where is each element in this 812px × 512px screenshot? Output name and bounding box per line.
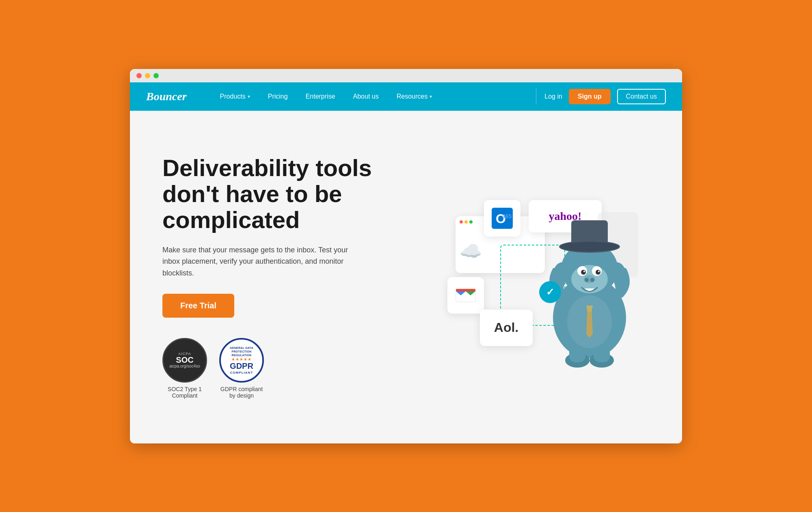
trust-badges: AICPA SOC aicpa.org/soc4so SOC2 Type 1 C… — [162, 338, 416, 399]
aol-card: Aol. — [480, 310, 533, 346]
nav-pricing[interactable]: Pricing — [259, 82, 297, 111]
hero-section: Deliverability tools don't have to be co… — [130, 111, 682, 443]
maximize-dot[interactable] — [153, 73, 159, 78]
hero-title: Deliverability tools don't have to be co… — [162, 155, 416, 232]
gdpr-badge: GENERAL DATA PROTECTIONREGULATION ★★★★★ … — [219, 338, 264, 399]
red-dot — [460, 220, 463, 224]
soc2-label: SOC2 Type 1 Compliant — [162, 386, 207, 399]
chevron-down-icon: ▾ — [248, 82, 250, 111]
chevron-down-icon: ▾ — [430, 82, 432, 111]
svg-point-13 — [581, 270, 586, 275]
nav-about[interactable]: About us — [344, 82, 388, 111]
aicpa-main-label: SOC — [169, 356, 200, 364]
yellow-dot — [464, 220, 468, 224]
soc2-badge-circle: AICPA SOC aicpa.org/soc4so — [162, 338, 207, 383]
soc2-badge: AICPA SOC aicpa.org/soc4so SOC2 Type 1 C… — [162, 338, 207, 399]
gmail-icon: M — [455, 285, 476, 306]
outlook-card: O 365 — [484, 200, 520, 237]
nav-links: Products ▾ Pricing Enterprise About us R… — [211, 82, 528, 111]
gdpr-label: GDPR compliant by design — [219, 386, 264, 399]
window-traffic-lights — [460, 220, 473, 224]
gdpr-badge-circle: GENERAL DATA PROTECTIONREGULATION ★★★★★ … — [219, 338, 264, 383]
email-cards: O 365 yahoo! ☁️ ✓ — [439, 192, 626, 362]
svg-rect-6 — [456, 289, 475, 291]
gdpr-main-label: GDPR — [230, 361, 253, 371]
navbar: Bouncer Products ▾ Pricing Enterprise Ab… — [130, 82, 682, 111]
svg-point-22 — [560, 242, 619, 252]
checkmark: ✓ — [546, 286, 554, 298]
nav-products[interactable]: Products ▾ — [211, 82, 259, 111]
svg-point-24 — [607, 262, 625, 280]
svg-point-19 — [590, 278, 594, 282]
gdpr-compliant-label: COMPLIANT — [230, 371, 253, 374]
svg-point-23 — [554, 262, 572, 280]
nav-resources[interactable]: Resources ▾ — [388, 82, 441, 111]
gdpr-stars: ★★★★★ — [231, 357, 252, 361]
svg-point-14 — [596, 270, 600, 275]
aicpa-sub-label: aicpa.org/soc4so — [169, 364, 200, 368]
aol-logo: Aol. — [494, 320, 518, 335]
gmail-card: M — [447, 277, 484, 314]
login-button[interactable]: Log in — [544, 93, 562, 100]
contact-button[interactable]: Contact us — [617, 89, 666, 104]
hero-content: Deliverability tools don't have to be co… — [162, 155, 416, 399]
browser-window: Bouncer Products ▾ Pricing Enterprise Ab… — [130, 69, 682, 443]
svg-point-18 — [585, 278, 589, 282]
free-trial-button[interactable]: Free Trial — [162, 294, 234, 318]
browser-chrome — [130, 69, 682, 82]
gdpr-arc-text: GENERAL DATA PROTECTIONREGULATION — [221, 346, 262, 357]
svg-point-31 — [567, 295, 612, 348]
svg-text:365: 365 — [502, 213, 512, 219]
nav-enterprise[interactable]: Enterprise — [297, 82, 344, 111]
brand-logo[interactable]: Bouncer — [146, 90, 187, 103]
outlook-icon: O 365 — [492, 208, 513, 229]
cloud-icon: ☁️ — [460, 241, 482, 262]
svg-point-15 — [583, 271, 585, 272]
nav-divider — [536, 88, 536, 105]
hero-subtitle: Make sure that your message gets to the … — [162, 244, 357, 279]
close-dot[interactable] — [136, 73, 142, 78]
minimize-dot[interactable] — [145, 73, 150, 78]
hero-illustration: O 365 yahoo! ☁️ ✓ — [416, 176, 650, 379]
check-circle-icon: ✓ — [539, 281, 561, 303]
signup-button[interactable]: Sign up — [569, 89, 611, 104]
green-dot — [469, 220, 473, 224]
svg-point-16 — [598, 271, 600, 272]
nav-right: Log in Sign up Contact us — [544, 89, 666, 104]
